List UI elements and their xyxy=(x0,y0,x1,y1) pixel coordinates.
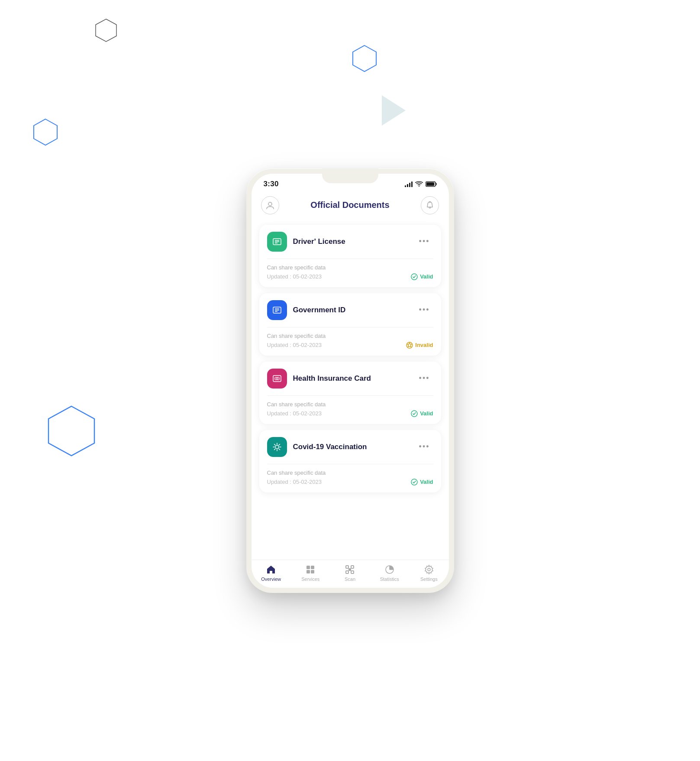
status-time: 3:30 xyxy=(264,180,279,188)
government-id-card[interactable]: Government ID ••• Can share specific dat… xyxy=(259,293,441,356)
svg-rect-37 xyxy=(311,566,314,569)
svg-point-15 xyxy=(411,274,417,280)
phone-notch xyxy=(322,168,378,183)
svg-rect-39 xyxy=(311,570,314,573)
card-bottom-government-id: Can share specific data Updated : 05-02-… xyxy=(259,327,441,356)
driver-license-name: Driver' License xyxy=(293,237,345,246)
nav-item-settings[interactable]: Settings xyxy=(414,564,444,582)
government-id-status: Invalid xyxy=(406,342,433,349)
hex-decoration-1 xyxy=(30,117,61,147)
card-meta: Updated : 05-02-2023 Valid xyxy=(267,273,433,280)
government-id-icon xyxy=(267,300,287,320)
svg-point-26 xyxy=(275,445,279,449)
driver-license-icon xyxy=(267,232,287,252)
driver-license-status: Valid xyxy=(411,273,433,280)
card-top-government-id: Government ID ••• xyxy=(259,293,441,327)
svg-marker-2 xyxy=(353,45,376,71)
health-insurance-updated: Updated : 05-02-2023 xyxy=(267,410,322,417)
svg-line-33 xyxy=(279,444,280,445)
covid-share: Can share specific data xyxy=(267,470,433,476)
svg-rect-44 xyxy=(348,568,351,571)
bottom-navigation: Overview Services xyxy=(252,560,449,588)
svg-marker-1 xyxy=(48,406,94,456)
svg-marker-6 xyxy=(382,95,406,126)
profile-button[interactable] xyxy=(261,196,279,214)
health-insurance-share: Can share specific data xyxy=(267,401,433,408)
health-insurance-status: Valid xyxy=(411,410,433,417)
nav-item-scan[interactable]: Scan xyxy=(335,564,365,582)
covid-updated: Updated : 05-02-2023 xyxy=(267,479,322,485)
valid-check-icon-2 xyxy=(411,410,418,417)
card-top-driver-license: Driver' License ••• xyxy=(259,225,441,259)
driver-license-updated: Updated : 05-02-2023 xyxy=(267,273,322,280)
svg-rect-40 xyxy=(346,566,348,568)
svg-point-35 xyxy=(411,479,417,485)
invalid-icon xyxy=(406,342,413,349)
card-top-covid: Covid-19 Vaccination ••• xyxy=(259,430,441,464)
covid-more[interactable]: ••• xyxy=(416,440,433,453)
svg-rect-41 xyxy=(351,566,354,568)
nav-item-statistics[interactable]: Statistics xyxy=(374,564,405,582)
svg-point-24 xyxy=(276,378,278,379)
page-title: Official Documents xyxy=(310,200,389,210)
svg-marker-0 xyxy=(34,119,57,145)
nav-label-scan: Scan xyxy=(345,576,355,582)
notification-button[interactable] xyxy=(421,196,439,214)
svg-marker-3 xyxy=(96,19,116,42)
health-insurance-card[interactable]: Health Insurance Card ••• Can share spec… xyxy=(259,362,441,424)
driver-license-more[interactable]: ••• xyxy=(416,235,433,248)
chart-icon xyxy=(384,564,395,575)
card-bottom-driver-license: Can share specific data Updated : 05-02-… xyxy=(259,259,441,287)
nav-item-services[interactable]: Services xyxy=(295,564,326,582)
government-id-share: Can share specific data xyxy=(267,333,433,339)
documents-list: Driver' License ••• Can share specific d… xyxy=(252,221,449,560)
grid-icon xyxy=(305,564,316,575)
svg-rect-22 xyxy=(273,376,281,382)
svg-line-34 xyxy=(274,449,275,450)
valid-check-icon-3 xyxy=(411,479,418,486)
hex-decoration-4 xyxy=(93,17,119,43)
nav-label-services: Services xyxy=(301,576,319,582)
app-header: Official Documents xyxy=(252,192,449,221)
person-icon xyxy=(266,201,274,210)
health-insurance-icon xyxy=(267,369,287,389)
hex-decoration-2 xyxy=(43,403,100,459)
nav-label-overview: Overview xyxy=(261,576,281,582)
wifi-icon xyxy=(415,181,423,187)
government-id-updated: Updated : 05-02-2023 xyxy=(267,342,322,348)
arrow-decoration xyxy=(382,95,406,126)
svg-rect-36 xyxy=(306,566,310,569)
status-icons xyxy=(405,181,437,187)
health-insurance-more[interactable]: ••• xyxy=(416,372,433,385)
home-icon xyxy=(266,564,276,575)
covid-icon xyxy=(267,437,287,457)
phone-container: 3:30 xyxy=(246,168,454,593)
card-meta-3: Updated : 05-02-2023 Valid xyxy=(267,410,433,417)
bell-icon xyxy=(426,201,434,210)
card-meta-4: Updated : 05-02-2023 Valid xyxy=(267,479,433,486)
health-insurance-name: Health Insurance Card xyxy=(293,374,371,383)
nav-item-overview[interactable]: Overview xyxy=(256,564,286,582)
svg-point-25 xyxy=(411,411,417,417)
phone-outer: 3:30 xyxy=(246,168,454,593)
svg-point-9 xyxy=(268,202,272,206)
svg-rect-38 xyxy=(306,570,310,573)
driver-license-card[interactable]: Driver' License ••• Can share specific d… xyxy=(259,225,441,287)
hex-decoration-3 xyxy=(349,43,380,74)
card-meta-2: Updated : 05-02-2023 Invalid xyxy=(267,342,433,349)
gear-icon xyxy=(424,564,434,575)
nav-label-statistics: Statistics xyxy=(380,576,399,582)
nav-label-settings: Settings xyxy=(420,576,438,582)
driver-license-share: Can share specific data xyxy=(267,264,433,271)
svg-rect-42 xyxy=(346,571,348,573)
government-id-more[interactable]: ••• xyxy=(416,304,433,316)
covid-status: Valid xyxy=(411,479,433,486)
government-id-name: Government ID xyxy=(293,306,346,314)
signal-icon xyxy=(405,181,413,187)
card-bottom-health-insurance: Can share specific data Updated : 05-02-… xyxy=(259,396,441,424)
svg-rect-43 xyxy=(351,571,354,573)
card-top-health-insurance: Health Insurance Card ••• xyxy=(259,362,441,395)
covid-vaccination-card[interactable]: Covid-19 Vaccination ••• Can share speci… xyxy=(259,430,441,492)
svg-point-48 xyxy=(428,568,430,571)
svg-line-31 xyxy=(274,444,275,445)
